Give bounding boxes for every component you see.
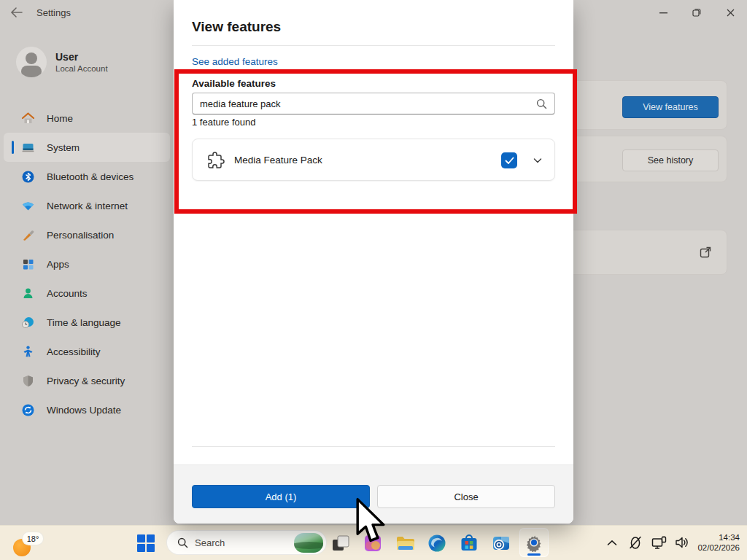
sidebar-item-label: Windows Update [47, 405, 121, 416]
view-features-button[interactable]: View features [622, 96, 719, 118]
clock[interactable]: 14:34 02/02/2026 [697, 532, 740, 553]
home-icon [21, 112, 35, 125]
active-app-indicator [527, 553, 541, 556]
close-icon [727, 9, 735, 17]
sidebar-item-privacy[interactable]: Privacy & security [4, 366, 170, 395]
network-tray-button[interactable] [651, 534, 667, 551]
sidebar-item-label: Apps [47, 259, 69, 270]
mouse-off-icon [628, 535, 643, 550]
volume-tray-button[interactable] [674, 534, 690, 551]
sidebar-item-label: Personalisation [47, 230, 114, 241]
bluetooth-icon [21, 170, 35, 184]
open-in-new-icon [700, 246, 711, 258]
arrow-left-icon [10, 7, 23, 18]
system-tray: 14:34 02/02/2026 [604, 525, 747, 560]
minimize-icon [659, 9, 667, 17]
close-button[interactable] [713, 0, 747, 25]
user-card[interactable]: User Local Account [16, 47, 108, 77]
app-title: Settings [36, 7, 71, 18]
back-button[interactable] [10, 7, 25, 20]
sidebar-item-time-language[interactable]: Time & language [4, 308, 170, 337]
see-history-button[interactable]: See history [622, 149, 719, 171]
mouse-off-tray-button[interactable] [627, 534, 643, 551]
sidebar: User Local Account Home System Bluetooth… [0, 25, 174, 525]
sidebar-item-home[interactable]: Home [4, 104, 170, 133]
avatar [16, 47, 47, 77]
chevron-up-icon [607, 540, 617, 546]
sidebar-item-personalisation[interactable]: Personalisation [4, 220, 170, 249]
outlook-icon [492, 534, 511, 553]
network-icon [21, 199, 35, 213]
settings-gear-icon [525, 533, 543, 552]
sidebar-item-accounts[interactable]: Accounts [4, 279, 170, 308]
user-account-type: Local Account [55, 64, 108, 73]
see-added-features-link[interactable]: See added features [192, 56, 278, 67]
sidebar-item-accessibility[interactable]: Accessibility [4, 337, 170, 366]
divider [192, 446, 555, 447]
outlook-button[interactable] [492, 534, 511, 553]
apps-icon [21, 257, 35, 271]
ethernet-icon [651, 536, 667, 550]
sidebar-item-label: System [47, 142, 80, 153]
cursor-pointer [355, 497, 390, 545]
user-name: User [55, 51, 108, 63]
start-button[interactable] [137, 534, 155, 552]
edge-browser-button[interactable] [427, 534, 446, 553]
screen: Settings User Local Account Home [0, 0, 747, 560]
related-support-card [554, 230, 727, 275]
sidebar-item-system[interactable]: System [4, 133, 170, 162]
sidebar-item-label: Accounts [47, 288, 88, 299]
tray-date: 02/02/2026 [697, 542, 740, 553]
personalisation-icon [21, 228, 35, 242]
divider [192, 45, 555, 46]
close-dialog-button[interactable]: Close [377, 485, 555, 508]
volume-icon [675, 536, 690, 549]
add-button[interactable]: Add (1) [192, 485, 370, 508]
weather-temperature: 18° [22, 532, 44, 545]
sidebar-nav: Home System Bluetooth & devices Network … [4, 104, 170, 424]
file-explorer-button[interactable] [395, 534, 414, 553]
sidebar-item-label: Home [47, 113, 73, 124]
accessibility-icon [21, 345, 35, 359]
sidebar-item-apps[interactable]: Apps [4, 249, 170, 279]
accounts-icon [21, 287, 35, 300]
minimize-button[interactable] [646, 0, 680, 25]
dialog-title: View features [192, 19, 281, 35]
window-controls [646, 0, 747, 25]
tray-time: 14:34 [697, 532, 740, 542]
search-icon [177, 537, 188, 548]
sidebar-item-bluetooth[interactable]: Bluetooth & devices [4, 162, 170, 191]
sidebar-item-label: Accessibility [47, 346, 101, 357]
sidebar-item-network[interactable]: Network & internet [4, 191, 170, 220]
search-highlight-image [294, 533, 323, 553]
time-language-icon [21, 316, 35, 330]
system-icon [21, 141, 35, 155]
restore-icon [692, 8, 701, 17]
update-history-card: See history [554, 136, 727, 182]
tray-expand-button[interactable] [604, 534, 620, 551]
settings-app-button[interactable] [519, 528, 549, 557]
windows-update-icon [21, 403, 35, 417]
search-placeholder: Search [195, 537, 294, 548]
restore-button[interactable] [680, 0, 713, 25]
weather-widget[interactable]: 18° [9, 530, 53, 558]
sidebar-item-windows-update[interactable]: Windows Update [4, 395, 170, 424]
store-icon [460, 534, 479, 553]
privacy-icon [21, 374, 35, 388]
sidebar-item-label: Bluetooth & devices [47, 171, 133, 182]
edge-icon [427, 534, 446, 553]
annotation-rectangle [174, 69, 577, 214]
sidebar-item-label: Time & language [47, 317, 121, 328]
file-explorer-icon [395, 534, 414, 553]
task-view-icon [331, 534, 350, 553]
sidebar-item-label: Privacy & security [47, 376, 125, 386]
taskbar-search[interactable]: Search [166, 530, 327, 555]
microsoft-store-button[interactable] [460, 534, 479, 553]
sidebar-item-label: Network & internet [47, 201, 128, 211]
optional-features-card: View features [554, 80, 727, 130]
task-view-button[interactable] [331, 534, 350, 553]
